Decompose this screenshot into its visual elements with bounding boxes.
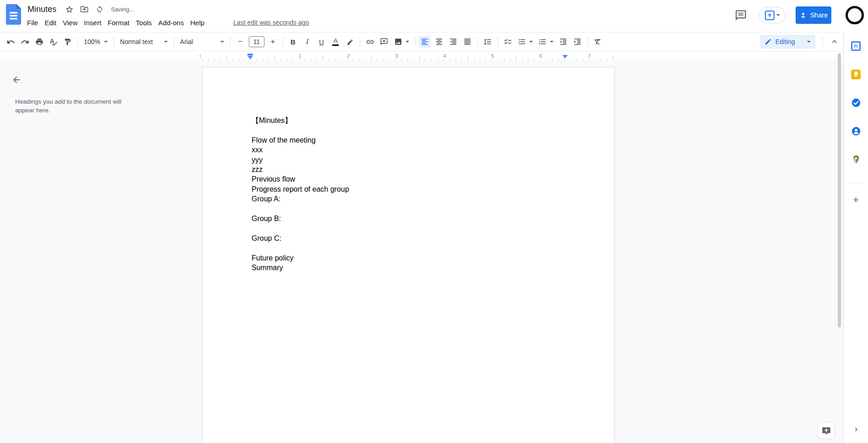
keep-icon[interactable] <box>847 65 865 83</box>
font-size-input[interactable]: 11 <box>249 36 264 47</box>
menu-add-ons[interactable]: Add-ons <box>155 17 187 28</box>
toolbar: 100% Normal text Arial − 11 + B I U A <box>0 32 843 51</box>
menu-view[interactable]: View <box>60 17 81 28</box>
doc-line: Group B: <box>252 214 566 223</box>
bold-button[interactable]: B <box>287 36 299 48</box>
editing-mode-select[interactable]: Editing <box>760 35 815 49</box>
menu-file[interactable]: File <box>24 17 41 28</box>
highlight-color-button[interactable] <box>344 36 356 48</box>
ruler-tickband <box>202 51 615 61</box>
insert-image-button[interactable] <box>392 36 404 48</box>
menu-edit[interactable]: Edit <box>41 17 60 28</box>
calendar-icon[interactable]: 31 <box>847 37 865 55</box>
text-color-button[interactable]: A <box>330 36 341 48</box>
chevron-down-icon <box>164 41 168 43</box>
close-outline-button[interactable] <box>10 73 23 86</box>
account-avatar[interactable] <box>846 6 864 24</box>
sync-saving-icon <box>95 5 104 14</box>
maps-icon[interactable] <box>847 150 865 169</box>
styles-select[interactable]: Normal text <box>117 36 171 48</box>
numbered-list-button[interactable] <box>537 36 549 48</box>
present-arrow-icon <box>765 11 775 20</box>
doc-line: 【Minutes】 <box>252 116 566 125</box>
insert-image-dropdown[interactable] <box>404 36 411 48</box>
underline-button[interactable]: U <box>315 36 327 48</box>
left-indent-marker[interactable] <box>247 54 253 59</box>
last-edit-link[interactable]: Last edit was seconds ago <box>233 19 309 26</box>
doc-line: Future policy <box>252 253 566 263</box>
saving-status: Saving... <box>111 6 134 13</box>
companion-sidebar: 31 + › <box>843 32 868 443</box>
checklist-button[interactable] <box>502 36 514 48</box>
undo-button[interactable] <box>5 36 17 48</box>
menu-bar: FileEditViewInsertFormatToolsAdd-onsHelp… <box>24 17 309 28</box>
tasks-icon[interactable] <box>847 94 865 112</box>
chevron-down-icon <box>220 41 224 43</box>
star-icon[interactable] <box>65 5 74 14</box>
spellcheck-button[interactable] <box>48 36 60 48</box>
ruler-number: 1 <box>297 53 303 59</box>
doc-line <box>252 204 566 214</box>
ruler-number: 7 <box>587 53 592 59</box>
pencil-icon <box>764 38 772 45</box>
numbered-list-dropdown[interactable] <box>549 36 555 48</box>
hide-side-panel-chevron[interactable]: › <box>848 421 864 437</box>
contacts-icon[interactable] <box>847 122 865 140</box>
add-comment-button[interactable] <box>378 36 390 48</box>
decrease-font-size-button[interactable]: − <box>234 36 246 48</box>
ruler-number: 5 <box>490 53 495 59</box>
bulleted-list-button[interactable] <box>516 36 528 48</box>
menu-format[interactable]: Format <box>104 17 133 28</box>
align-center-button[interactable] <box>433 36 445 48</box>
open-in-meet-button[interactable] <box>759 7 786 23</box>
line-spacing-button[interactable] <box>482 36 494 48</box>
align-right-button[interactable] <box>447 36 459 48</box>
align-left-button[interactable] <box>419 36 431 48</box>
doc-line: Group A: <box>252 194 566 204</box>
paint-format-button[interactable] <box>62 36 74 48</box>
doc-line <box>252 223 566 233</box>
hide-menus-button[interactable] <box>829 36 841 48</box>
menu-insert[interactable]: Insert <box>81 17 104 28</box>
redo-button[interactable] <box>19 36 31 48</box>
explore-button[interactable] <box>818 422 835 439</box>
docs-logo-icon[interactable] <box>6 4 21 25</box>
italic-button[interactable]: I <box>301 36 313 48</box>
justify-button[interactable] <box>461 36 473 48</box>
zoom-select[interactable]: 100% <box>81 36 111 48</box>
open-comments-icon[interactable] <box>735 9 747 22</box>
decrease-indent-button[interactable] <box>557 36 569 48</box>
document-editor[interactable]: 【Minutes】 Flow of the meetingxxxyyyzzzPr… <box>203 67 614 273</box>
doc-line: Progress report of each group <box>252 184 566 194</box>
header: Minutes Saving... FileEditViewInsertForm… <box>0 0 868 32</box>
chevron-down-icon <box>776 14 780 16</box>
vertical-scrollbar[interactable] <box>838 53 841 327</box>
document-page[interactable]: 【Minutes】 Flow of the meetingxxxyyyzzzPr… <box>202 67 615 443</box>
font-select[interactable]: Arial <box>177 36 227 48</box>
menu-help[interactable]: Help <box>187 17 208 28</box>
ruler-number: 1 <box>198 53 203 59</box>
move-folder-icon[interactable] <box>80 5 89 14</box>
share-button[interactable]: Share <box>796 6 831 24</box>
google-docs-app: { "header": { "title": "Minutes", "savin… <box>0 0 868 443</box>
chevron-down-icon <box>104 41 108 43</box>
doc-line: zzz <box>252 165 566 174</box>
ruler-number: 6 <box>538 53 544 59</box>
document-title[interactable]: Minutes <box>27 5 56 14</box>
right-indent-marker[interactable] <box>562 55 568 58</box>
increase-font-size-button[interactable]: + <box>267 36 279 48</box>
increase-indent-button[interactable] <box>571 36 583 48</box>
ruler-number: 2 <box>346 53 351 59</box>
print-button[interactable] <box>33 36 45 48</box>
workspace: 11234567 Headings you add to the documen… <box>0 51 843 443</box>
bulleted-list-dropdown[interactable] <box>528 36 534 48</box>
doc-line: Group C: <box>252 233 566 243</box>
get-addons-button[interactable]: + <box>853 194 859 206</box>
ruler-number: 3 <box>394 53 399 59</box>
ruler[interactable]: 11234567 <box>0 51 843 61</box>
menu-tools[interactable]: Tools <box>132 17 155 28</box>
doc-line: Previous flow <box>252 174 566 184</box>
clear-formatting-button[interactable] <box>592 36 604 48</box>
doc-line: Flow of the meeting <box>252 135 566 145</box>
insert-link-button[interactable] <box>364 36 376 48</box>
